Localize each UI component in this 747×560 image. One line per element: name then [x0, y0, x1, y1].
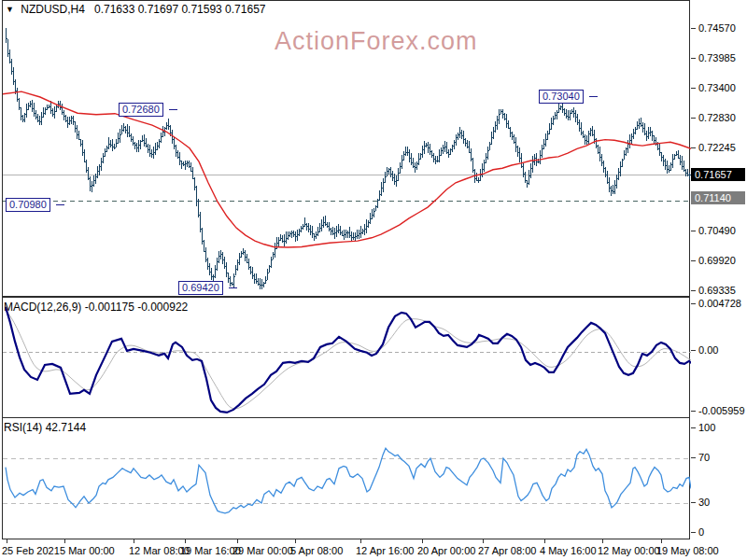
date-axis-tick: [360, 539, 361, 543]
price-axis-label: 0.70490: [698, 225, 736, 236]
date-axis-tick: [295, 539, 296, 543]
rsi-axis-label: 30: [698, 497, 710, 508]
price-axis-label: 0.72830: [698, 112, 736, 123]
pivot-price-label: 0.70980: [6, 198, 50, 212]
macd-axis-label: 0.00: [698, 344, 718, 356]
date-axis-label: 12 May 00:00: [598, 545, 660, 556]
price-axis-label: 0.73985: [698, 52, 736, 63]
pivot-price-label: 0.72680: [119, 103, 163, 117]
pivot-price-label: 0.73040: [539, 90, 584, 104]
pivot-label-connector: [169, 109, 177, 110]
chart-title-bar: ▼ NZDUSD,H4 0.71633 0.71697 0.71593 0.71…: [6, 3, 265, 16]
rsi-axis-tick: [691, 502, 696, 503]
date-axis-label: 5 Mar 00:00: [60, 545, 115, 556]
rsi-axis-label: 70: [698, 452, 710, 463]
date-axis-tick: [422, 539, 423, 543]
price-axis-label: 0.73400: [698, 82, 736, 93]
date-axis-tick: [661, 539, 662, 543]
moving-average-line: [3, 91, 691, 247]
date-axis-tick: [7, 539, 7, 543]
candlestick-series: [7, 28, 691, 289]
date-axis-label: 12 Apr 16:00: [356, 545, 414, 556]
date-axis-tick: [64, 539, 65, 543]
pivot-label-connector: [229, 287, 237, 288]
rsi-axis-label: 100: [698, 422, 715, 433]
symbol-timeframe-label: NZDUSD,H4: [21, 3, 85, 16]
support-price-badge: 0.71140: [691, 191, 745, 204]
pivot-price-label: 0.69420: [178, 281, 223, 295]
date-axis-tick: [237, 539, 238, 543]
price-axis-tick: [691, 58, 696, 59]
pivot-label-connector: [56, 204, 64, 205]
price-axis-tick: [691, 28, 696, 29]
date-axis-label: 5 Apr 08:00: [290, 545, 343, 556]
price-axis-tick: [691, 147, 696, 148]
rsi-axis-label: 0: [698, 526, 704, 538]
date-axis-tick: [483, 539, 484, 543]
price-axis-label: 0.69335: [698, 285, 736, 296]
price-axis-tick: [691, 290, 696, 291]
date-axis-tick: [185, 539, 186, 543]
price-axis-tick: [691, 118, 696, 119]
rsi-axis-tick: [691, 532, 696, 533]
symbol-dropdown-icon[interactable]: ▼: [6, 5, 14, 14]
price-axis-label: 0.74570: [698, 22, 736, 34]
rsi-axis-tick: [691, 457, 696, 458]
date-axis-label: 27 Apr 08:00: [478, 545, 536, 556]
date-axis-label: 19 May 08:00: [656, 545, 719, 556]
macd-axis-tick: [691, 350, 696, 351]
rsi-panel[interactable]: [2, 417, 690, 539]
macd-axis-label: -0.005959: [698, 405, 745, 416]
date-axis-label: 4 May 16:00: [540, 545, 597, 556]
macd-main-line: [6, 307, 691, 413]
price-axis-tick: [691, 231, 696, 231]
date-axis-tick: [544, 539, 545, 543]
forex-chart-window: ▼ NZDUSD,H4 0.71633 0.71697 0.71593 0.71…: [0, 0, 747, 560]
macd-indicator-label: MACD(12,26,9) -0.001175 -0.000922: [4, 301, 188, 314]
current-price-badge: 0.71657: [691, 168, 745, 181]
date-axis-label: 29 Mar 00:00: [233, 545, 293, 556]
ohlc-quote-label: 0.71633 0.71697 0.71593 0.71657: [94, 3, 266, 16]
price-axis-tick: [691, 260, 696, 261]
rsi-axis-tick: [691, 427, 696, 428]
price-axis-label: 0.69920: [698, 255, 736, 266]
macd-plot: [3, 298, 691, 419]
price-axis-label: 0.72245: [698, 142, 736, 153]
macd-axis-tick: [691, 303, 696, 304]
macd-axis-label: 0.004728: [698, 298, 741, 309]
macd-panel[interactable]: [2, 297, 690, 418]
date-axis-tick: [134, 539, 134, 543]
pivot-label-connector: [589, 96, 598, 97]
rsi-plot: [3, 418, 691, 540]
macd-axis-tick: [691, 411, 696, 412]
date-axis-label: 25 Feb 2021: [2, 545, 60, 556]
date-axis-label: 20 Apr 00:00: [417, 545, 475, 556]
rsi-indicator-label: RSI(14) 42.7144: [4, 421, 86, 434]
price-axis-tick: [691, 88, 696, 89]
actionforex-watermark: ActionForex.com: [275, 27, 478, 56]
date-axis-tick: [602, 539, 603, 543]
